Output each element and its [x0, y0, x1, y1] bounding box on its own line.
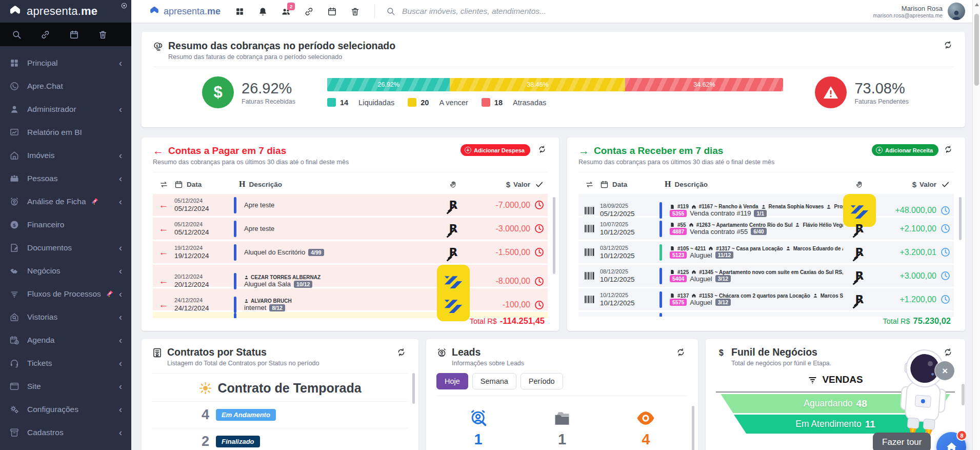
card-scrollbar[interactable] [412, 373, 415, 404]
tab-semana[interactable]: Semana [472, 373, 516, 389]
tab-periodo[interactable]: Período [521, 373, 563, 389]
row-meta: #125#1345 ~ Apartamento novo com suíte e… [670, 269, 843, 275]
column-data[interactable]: Data [612, 181, 627, 188]
clock-icon[interactable] [940, 294, 951, 305]
sidebar-logo[interactable]: apresenta.me [0, 0, 131, 23]
topbar-users-button[interactable]: 2 [281, 7, 291, 16]
receivable-row[interactable]: 10/12/202510/12/2025#137#1153 ~ Chácara … [578, 288, 954, 310]
check-icon[interactable] [941, 180, 950, 189]
sidebar-item-financeiro[interactable]: $Financeiro [0, 213, 131, 236]
sidebar-item-apre-chat[interactable]: Apre.Chat [0, 74, 131, 97]
person-s-icon [826, 204, 831, 209]
contract-status-row[interactable]: 2Finalizado [152, 428, 408, 450]
sidebar-pin-icon[interactable] [121, 2, 128, 9]
search-input[interactable] [402, 7, 623, 16]
sidebar-item-imoveis[interactable]: Imóveis‹ [0, 144, 131, 167]
row-description: Apre teste [239, 201, 437, 209]
clock-icon[interactable] [940, 270, 951, 281]
column-descricao[interactable]: Descrição [674, 181, 708, 188]
link-icon[interactable] [41, 30, 50, 40]
clock-icon[interactable] [534, 276, 545, 287]
card-scrollbar[interactable] [692, 406, 694, 450]
swap-icon[interactable] [159, 180, 168, 189]
page-scrollbar[interactable] [972, 0, 980, 450]
refresh-icon[interactable] [943, 347, 953, 357]
payable-row[interactable]: ←24/12/202424/12/2024ALVARO BRUCHinterne… [153, 288, 548, 310]
refresh-icon[interactable] [943, 40, 953, 50]
column-valor[interactable]: Valor [919, 181, 936, 188]
refresh-icon[interactable] [537, 145, 547, 154]
sidebar-item-administrador[interactable]: Administrador‹ [0, 97, 131, 121]
trash-icon[interactable] [98, 30, 108, 40]
user-menu[interactable]: Marison Rosa marison.rosa@apresenta.me [873, 3, 965, 20]
search-icon[interactable] [12, 30, 22, 40]
sidebar-item-principal[interactable]: Principal‹ [0, 51, 131, 74]
topbar-bell-button[interactable] [258, 7, 268, 16]
sidebar-item-analise-de-ficha[interactable]: Análise de Ficha‹ [0, 190, 131, 213]
payable-row[interactable]: ←20/12/202420/12/2024CEZAR TORRES ALBERN… [153, 265, 548, 287]
invoice-code-badge: 5575 [670, 299, 687, 306]
avatar[interactable] [948, 3, 965, 20]
lead-stat: 1 [469, 408, 488, 448]
swap-icon[interactable] [585, 180, 594, 189]
topbar-logo[interactable]: apresenta.me [149, 6, 221, 17]
topbar-calendar-button[interactable] [327, 7, 337, 16]
add-expense-button[interactable]: +Adicionar Despesa [461, 144, 530, 156]
topbar-apps-button[interactable] [235, 7, 245, 16]
contract-status-row[interactable]: 4Em Andamento [152, 401, 408, 428]
funnel-stage-label: Em Atendimento [795, 419, 861, 429]
clock-icon[interactable] [940, 247, 951, 258]
receivable-row[interactable]: 08/12/202510/12/2025#125#1345 ~ Apartame… [578, 265, 954, 287]
payable-row[interactable]: ←05/12/202405/12/2024Apre testeR-7.000,0… [153, 194, 548, 216]
sidebar-item-relatorio-em-bi[interactable]: Relatório em BI [0, 121, 131, 144]
date-due: 19/12/2024 [174, 251, 234, 261]
payable-row[interactable]: ←19/12/202419/12/2024Aluquel do Escritór… [153, 241, 548, 263]
payable-row[interactable]: ←05/12/202405/12/2024Apre testeR-3.000,0… [153, 218, 548, 240]
sidebar-item-pessoas[interactable]: Pessoas‹ [0, 167, 131, 190]
sidebar-item-fluxos-de-processos[interactable]: Fluxos de Processos‹ [0, 282, 131, 305]
sidebar-item-vistorias[interactable]: Vistorias‹ [0, 305, 131, 328]
scrollbar-thumb[interactable] [974, 14, 979, 86]
receivable-row[interactable]: 18/09/202505/12/2025#119#1167 ~ Rancho à… [578, 194, 954, 216]
sidebar-item-documentos[interactable]: Documentos‹ [0, 236, 131, 259]
column-data[interactable]: Data [187, 181, 202, 188]
refresh-icon[interactable] [944, 145, 953, 154]
calendar-icon[interactable] [69, 30, 79, 40]
sidebar-item-tickets[interactable]: Tickets‹ [0, 351, 131, 375]
sidebar-item-site[interactable]: Site‹ [0, 375, 131, 398]
receivable-row[interactable]: 10/07/202510/12/2025#55#1263 ~ Apartamen… [578, 218, 954, 240]
card-scrollbar[interactable] [962, 384, 965, 405]
sidebar-item-cadastros[interactable]: Cadastros‹ [0, 421, 131, 444]
close-icon[interactable]: × [935, 361, 954, 380]
column-descricao[interactable]: Descrição [249, 181, 282, 188]
date-due: 10/12/2025 [600, 228, 659, 237]
clock-icon[interactable] [534, 200, 545, 210]
sidebar: apresenta.me Principal‹Apre.ChatAdminist… [0, 0, 131, 450]
table-scrollbar[interactable] [959, 197, 962, 240]
receivable-row[interactable]: 03/12/202510/12/2025#105 ~ 4211#1317 ~ C… [578, 241, 954, 263]
tab-hoje[interactable]: Hoje [436, 373, 468, 389]
clock-icon[interactable] [534, 247, 545, 258]
sidebar-item-configuracoes[interactable]: Configurações‹ [0, 398, 131, 421]
funnel-stage[interactable]: Em Atendimento11 [716, 415, 955, 434]
sidebar-item-negocios[interactable]: Negócios‹ [0, 259, 131, 282]
table-scrollbar[interactable] [553, 197, 555, 274]
clock-icon[interactable] [940, 205, 951, 216]
scroll-up-arrow-icon[interactable] [975, 3, 979, 6]
description-line: internet8/12 [244, 304, 437, 311]
topbar-trash-button[interactable] [350, 7, 360, 16]
topbar-link-button[interactable] [304, 7, 314, 16]
chevron-left-icon: ‹ [119, 58, 122, 68]
clock-icon[interactable] [940, 223, 951, 234]
funnel-stage[interactable]: Aguardando48 [716, 394, 955, 413]
check-icon[interactable] [535, 180, 544, 189]
refresh-icon[interactable] [396, 347, 406, 357]
clock-icon[interactable] [534, 300, 545, 310]
sidebar-item-agenda[interactable]: Agenda‹ [0, 328, 131, 351]
clock-icon[interactable] [534, 223, 545, 234]
add-income-button[interactable]: +Adicionar Receita [872, 144, 938, 156]
refresh-icon[interactable] [676, 347, 686, 357]
column-valor[interactable]: Valor [513, 181, 530, 188]
tour-button[interactable]: Fazer tour [873, 433, 931, 450]
payee-name: ALVARO BRUCH [244, 298, 437, 304]
